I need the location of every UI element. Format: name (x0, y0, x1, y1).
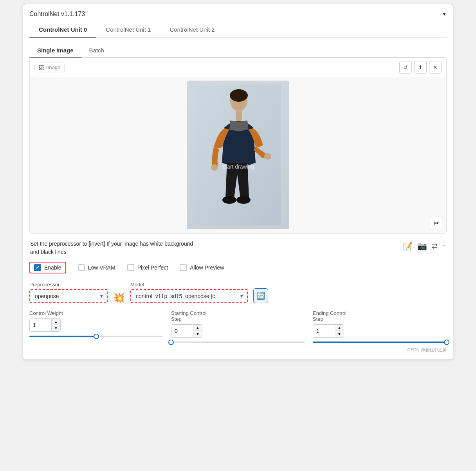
sliders-row: Control Weight ▲ ▼ Starting ControlStep (29, 310, 447, 343)
ending-control-step-stepper[interactable]: ▲ ▼ (313, 324, 344, 338)
undo-button[interactable]: ↺ (399, 61, 412, 74)
edit-icon[interactable]: 📝 (403, 241, 413, 251)
image-label-button[interactable]: 🖼 Image (34, 63, 65, 72)
allow-preview-label: Allow Preview (190, 264, 224, 271)
person-image: Start drawing (187, 81, 289, 229)
select-row: Preprocessor openpose none canny depth h… (29, 280, 447, 303)
pixel-perfect-label: Pixel Perfect (137, 264, 168, 271)
info-line2: and black lines. (30, 249, 68, 255)
ending-control-step-fill (313, 342, 447, 343)
ending-control-step-input[interactable] (313, 325, 335, 337)
control-weight-track[interactable] (29, 336, 163, 337)
preprocessor-select-wrapper: openpose none canny depth hed mlsd norma… (29, 289, 108, 303)
swap-icon[interactable]: ⇄ (432, 242, 438, 250)
ending-control-step-stepper-col: ▲ ▼ (335, 325, 344, 337)
enable-wrapper: Enable (29, 262, 66, 273)
ending-control-step-label: Ending ControlStep (313, 310, 447, 322)
starting-control-step-track[interactable] (171, 342, 305, 343)
app-title: ControlNet v1.1.173 (29, 11, 85, 18)
checkbox-row: Enable Low VRAM Pixel Perfect Allow Prev… (29, 262, 447, 273)
control-weight-input[interactable] (30, 319, 51, 331)
preprocessor-group: Preprocessor openpose none canny depth h… (29, 282, 108, 303)
starting-control-step-stepper-col: ▲ ▼ (193, 325, 202, 337)
checkbox-enable[interactable]: Enable (34, 264, 61, 271)
camera-icon[interactable]: 📷 (417, 241, 427, 251)
enable-label: Enable (44, 264, 61, 271)
starting-control-step-stepper[interactable]: ▲ ▼ (171, 324, 202, 338)
starting-control-step-input-row: ▲ ▼ (171, 324, 305, 338)
upload-icon[interactable]: ↑ (442, 242, 446, 250)
info-row: Set the preprocessor to [invert] If your… (29, 240, 447, 256)
svg-point-4 (236, 196, 251, 204)
info-text: Set the preprocessor to [invert] If your… (30, 240, 193, 256)
starting-control-step-label: Starting ControlStep (171, 310, 305, 322)
app-header: ControlNet v1.1.173 ▼ (29, 11, 447, 18)
scissors-button[interactable]: ✂ (430, 217, 442, 229)
tab-controlnet-unit-1[interactable]: ControlNet Unit 1 (96, 22, 160, 38)
pixel-perfect-checkbox-box[interactable] (127, 264, 134, 271)
image-action-buttons: ↺ ⬆ ✕ (399, 61, 442, 74)
allow-preview-checkbox-box[interactable] (180, 264, 187, 271)
image-canvas-area[interactable]: Start drawing ✂ (30, 77, 446, 233)
explosion-icon: 💥 (113, 292, 125, 303)
ending-control-step-group: Ending ControlStep ▲ ▼ (313, 310, 447, 343)
preprocessor-label: Preprocessor (29, 282, 108, 288)
inner-tabs: Single Image Batch (29, 44, 447, 58)
collapse-icon[interactable]: ▼ (442, 11, 447, 17)
control-weight-thumb[interactable] (94, 334, 99, 339)
preprocessor-select[interactable]: openpose none canny depth hed mlsd norma… (29, 289, 108, 303)
svg-point-5 (264, 153, 271, 160)
starting-control-step-down[interactable]: ▼ (193, 331, 202, 337)
info-line1: Set the preprocessor to [invert] If your… (30, 241, 193, 247)
control-weight-stepper[interactable]: ▲ ▼ (29, 318, 61, 332)
image-label: Image (46, 65, 60, 70)
control-weight-down[interactable]: ▼ (52, 325, 60, 331)
svg-point-2 (230, 89, 248, 102)
ending-control-step-input-row: ▲ ▼ (313, 324, 447, 338)
footer-watermark: CSDN @新缸中之脑 (29, 347, 447, 353)
checkbox-low-vram[interactable]: Low VRAM (78, 264, 115, 271)
control-weight-stepper-col: ▲ ▼ (51, 319, 60, 331)
enable-checkbox-box[interactable] (34, 264, 41, 271)
checkbox-pixel-perfect[interactable]: Pixel Perfect (127, 264, 168, 271)
checkbox-allow-preview[interactable]: Allow Preview (180, 264, 224, 271)
control-weight-label: Control Weight (29, 310, 163, 316)
control-weight-input-row: ▲ ▼ (29, 318, 163, 332)
ending-control-step-down[interactable]: ▼ (335, 331, 344, 337)
control-weight-group: Control Weight ▲ ▼ (29, 310, 163, 337)
model-select-wrapper: control_v11p_sd15_openpose [c None ▼ (130, 289, 248, 303)
model-label: Model (130, 282, 248, 288)
low-vram-checkbox-box[interactable] (78, 264, 85, 271)
ending-control-step-up[interactable]: ▲ (335, 325, 344, 331)
model-group: Model control_v11p_sd15_openpose [c None… (130, 282, 248, 303)
starting-control-step-group: Starting ControlStep ▲ ▼ (171, 310, 305, 343)
tab-single-image[interactable]: Single Image (29, 44, 81, 58)
person-svg (195, 84, 281, 225)
unit-tabs: ControlNet Unit 0 ControlNet Unit 1 Cont… (29, 22, 447, 38)
svg-point-3 (222, 196, 236, 204)
ending-control-step-track[interactable] (313, 342, 447, 343)
starting-control-step-thumb[interactable] (168, 340, 174, 345)
control-weight-up[interactable]: ▲ (52, 319, 60, 325)
svg-point-6 (211, 164, 218, 171)
image-icon: 🖼 (39, 65, 44, 70)
image-panel: 🖼 Image ↺ ⬆ ✕ (29, 58, 447, 234)
model-select[interactable]: control_v11p_sd15_openpose [c None (130, 289, 248, 303)
upload-button[interactable]: ⬆ (414, 61, 427, 74)
starting-control-step-up[interactable]: ▲ (193, 325, 202, 331)
image-panel-inner: 🖼 Image ↺ ⬆ ✕ (30, 58, 446, 233)
tab-batch[interactable]: Batch (81, 44, 112, 58)
control-weight-fill (29, 336, 96, 337)
refresh-icon: 🔄 (256, 291, 265, 300)
refresh-model-button[interactable]: 🔄 (253, 288, 268, 303)
low-vram-label: Low VRAM (88, 264, 115, 271)
ending-control-step-thumb[interactable] (444, 340, 449, 345)
close-button[interactable]: ✕ (429, 61, 442, 74)
starting-control-step-input[interactable] (171, 325, 193, 337)
svg-rect-7 (236, 110, 242, 121)
tab-controlnet-unit-0[interactable]: ControlNet Unit 0 (29, 22, 96, 38)
tab-controlnet-unit-2[interactable]: ControlNet Unit 2 (160, 22, 224, 38)
info-actions: 📝 📷 ⇄ ↑ (403, 241, 446, 251)
app-container: ControlNet v1.1.173 ▼ ControlNet Unit 0 … (23, 4, 453, 360)
